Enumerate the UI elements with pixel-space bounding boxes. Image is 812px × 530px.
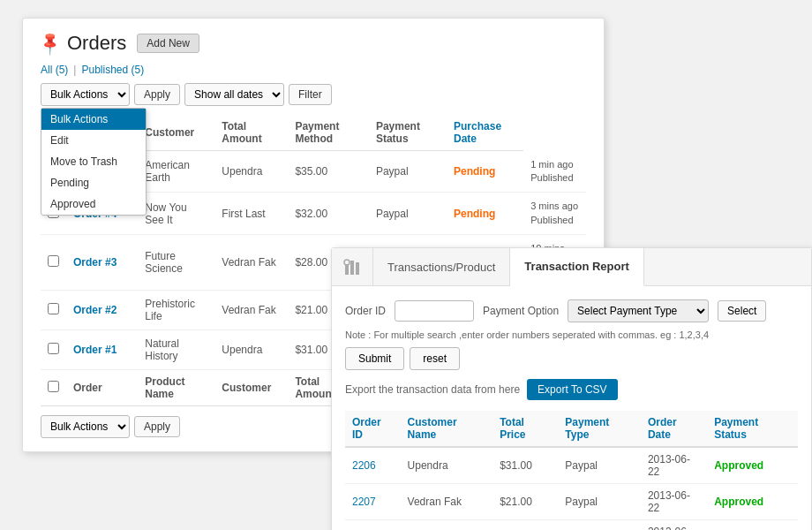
t-customer: Vedran Fak [401,520,493,531]
customer-cell: First Last [214,193,288,235]
pin-icon: 📌 [36,29,64,57]
tab-transaction-report[interactable]: Transaction Report [510,248,643,286]
t-col-order-date: Order Date [641,411,707,447]
t-date: 2013-06-22 [641,484,707,520]
customer-cell: Vedran Fak [214,235,288,291]
filter-button[interactable]: Filter [289,84,332,105]
export-csv-button[interactable]: Export To CSV [527,379,617,400]
toolbar: Bulk Actions Apply Show all dates Filter… [41,83,586,106]
select-button[interactable]: Select [718,300,766,322]
t-order-id: 2208 [345,520,401,531]
svg-rect-1 [350,261,354,275]
menu-item-move-trash[interactable]: Move to Trash [41,151,146,172]
t-payment-type: Paypal [558,447,641,484]
product-name-cell: Future Science [138,235,214,291]
row-checkbox[interactable] [48,303,59,314]
footer-col-order: Order [66,370,138,406]
date-cell: 1 min agoPublished [523,151,586,193]
menu-item-edit[interactable]: Edit [41,130,146,151]
table-row: 2207 Vedran Fak $21.00 Paypal 2013-06-22… [345,484,798,520]
customer-cell: Vedran Fak [214,291,288,330]
order-link-cell: Order #3 [66,235,138,291]
t-date: 2013-06-22 [641,447,707,484]
filter-published-link[interactable]: Published (5) [81,64,144,76]
t-col-payment-type: Payment Type [558,411,641,447]
menu-item-pending[interactable]: Pending [41,172,146,193]
footer-col-product: Product Name [138,370,214,406]
t-payment-type: Paypal [558,484,641,520]
method-cell: Paypal [369,193,447,235]
t-customer: Upendra [401,447,493,484]
tool-icon [332,248,373,285]
col-payment-status: Payment Status [369,115,447,151]
bulk-actions-select[interactable]: Bulk Actions [41,83,130,106]
transaction-table: Order ID Customer Name Total Price Payme… [345,411,798,530]
orders-header: 📌 Orders Add New [41,32,586,55]
method-cell: Paypal [369,151,447,193]
row-checkbox[interactable] [48,343,59,354]
order-id-link[interactable]: 2207 [352,496,376,508]
bottom-apply-button[interactable]: Apply [134,416,180,437]
t-order-id: 2206 [345,447,401,484]
product-name-cell: Prehistoric Life [138,291,214,330]
col-purchase-date: Purchase Date [447,115,523,151]
order-link-cell: Order #1 [66,330,138,370]
table-row: 2206 Upendra $31.00 Paypal 2013-06-22 Ap… [345,447,798,484]
t-date: 2013-06-22 [641,520,707,531]
payment-type-select[interactable]: Select Payment Type Paypal Credit Card [568,299,709,322]
order-link[interactable]: Order #1 [73,344,117,356]
menu-item-bulk-actions[interactable]: Bulk Actions [41,109,146,130]
table-row: 2208 Vedran Fak $28.00 Paypal 2013-06-22… [345,520,798,531]
transaction-panel: Transactions/Product Transaction Report … [331,247,812,530]
t-col-total-price: Total Price [492,411,558,447]
bottom-bulk-actions-select[interactable]: Bulk Actions [41,415,130,438]
show-dates-select[interactable]: Show all dates [184,83,284,106]
add-new-button[interactable]: Add New [137,34,199,53]
order-id-input[interactable] [395,300,474,322]
menu-item-approved[interactable]: Approved [41,193,146,215]
t-total: $21.00 [492,484,558,520]
col-total-amount: Total Amount [214,115,288,151]
svg-rect-0 [345,264,349,275]
t-col-customer-name: Customer Name [401,411,493,447]
t-status: Approved [707,484,798,520]
t-total: $28.00 [492,520,558,531]
order-id-row: Order ID Payment Option Select Payment T… [345,299,798,322]
product-name-cell: American Earth [138,151,214,193]
reset-button[interactable]: reset [410,347,460,370]
total-cell: $35.00 [288,151,368,193]
submit-button[interactable]: Submit [345,347,404,370]
col-customer: Customer [138,115,214,151]
order-id-link[interactable]: 2206 [352,459,376,472]
t-total: $31.00 [492,447,558,484]
order-link[interactable]: Order #2 [73,304,117,316]
row-checkbox[interactable] [48,255,59,267]
status-cell: Pending [447,193,523,235]
order-link[interactable]: Order #3 [73,256,117,269]
transaction-tabs: Transactions/Product Transaction Report [332,248,811,286]
t-customer: Vedran Fak [401,484,493,520]
bulk-actions-dropdown: Bulk Actions Edit Move to Trash Pending … [41,108,147,216]
footer-col-customer: Customer [214,370,288,406]
total-cell: $32.00 [288,193,368,235]
submit-row: Submit reset [345,347,798,370]
t-status: Approved [707,520,798,531]
filter-all-link[interactable]: All (5) [41,64,68,76]
apply-button[interactable]: Apply [134,84,180,105]
t-order-id: 2207 [345,484,401,520]
tab-transactions-product[interactable]: Transactions/Product [373,248,510,285]
order-id-label: Order ID [345,305,386,317]
filter-bar: All (5) | Published (5) [41,64,586,76]
date-cell: 3 mins agoPublished [523,193,586,235]
export-row: Export the transaction data from here Ex… [345,379,798,400]
export-text: Export the transaction data from here [345,383,520,396]
product-name-cell: Natural History [138,330,214,370]
order-link-cell: Order #2 [66,291,138,330]
page-title: Orders [67,32,126,55]
col-payment-method: Payment Method [288,115,368,151]
svg-rect-2 [356,262,359,275]
t-col-payment-status: Payment Status [707,411,798,447]
note-text: Note : For multiple search ,enter order … [345,329,798,340]
select-all-footer-checkbox[interactable] [48,381,59,392]
t-col-order-id: Order ID [345,411,401,447]
